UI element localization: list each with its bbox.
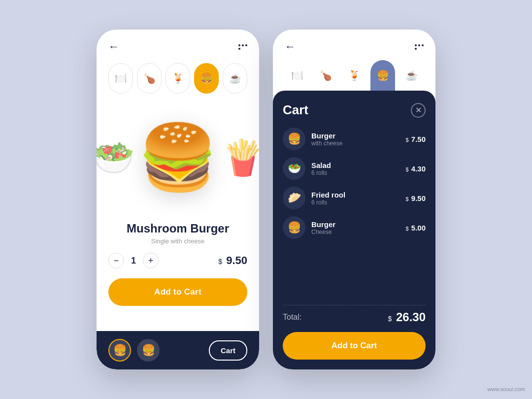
drinks-icon: 🍹: [172, 72, 184, 84]
cart-item-price-4: $ 5.00: [406, 224, 426, 232]
right-food-icon: 🍽️: [291, 69, 303, 81]
right-category-tabs: 🍽️ 🍗 🍹 🍔 ☕: [273, 58, 435, 91]
cat-tab-food[interactable]: 🍽️: [108, 63, 133, 94]
right-back-button[interactable]: ←: [285, 40, 296, 53]
burger-icon: 🍔: [200, 72, 213, 84]
bottom-nav: 🍔 🍔 Cart: [97, 331, 259, 369]
dollar-sm-2: $: [406, 166, 409, 172]
cat-tab-coffee[interactable]: ☕: [223, 63, 247, 94]
price-4: 5.00: [411, 224, 426, 232]
cat-tab-burger[interactable]: 🍔: [194, 63, 219, 94]
cart-title: Cart: [283, 102, 308, 118]
cart-item-info-2: Salad 6 rolls: [311, 161, 400, 176]
price-1: 7.50: [411, 135, 426, 143]
cart-item-price-1: $ 7.50: [406, 135, 426, 143]
category-tabs: 🍽️ 🍗 🍹 🍔 ☕: [97, 58, 259, 99]
side-food-left: 🥗: [97, 137, 134, 178]
cart-item-image-4: 🍔: [283, 216, 305, 239]
quantity-control: − 1 +: [108, 253, 159, 268]
watermark: www.sooui.com: [488, 386, 525, 392]
close-icon: ✕: [415, 105, 422, 115]
cart-item-info-3: Fried rool 6 rolls: [311, 191, 400, 206]
cart-item: 🥗 Salad 6 rolls $ 4.30: [283, 157, 426, 180]
cart-item-name-3: Fried rool: [311, 191, 400, 199]
right-more-options-icon[interactable]: [415, 44, 424, 50]
right-coffee-icon: ☕: [405, 69, 418, 81]
right-header: ←: [273, 30, 435, 58]
cat-tab-chicken[interactable]: 🍗: [137, 63, 162, 94]
product-subtitle: Single with cheese: [108, 237, 247, 245]
cart-item-name-2: Salad: [311, 161, 400, 169]
price-3: 9.50: [411, 194, 426, 202]
cart-item-sub-2: 6 rolls: [311, 169, 400, 176]
cat-tab-drinks[interactable]: 🍹: [166, 63, 190, 94]
right-phone: ← 🍽️ 🍗 🍹 🍔 ☕ Car: [273, 30, 435, 369]
product-info: Mushroom Burger Single with cheese: [97, 217, 259, 245]
cart-panel: Cart ✕ 🍔 Burger with cheese $ 7.50: [273, 91, 435, 369]
more-options-icon[interactable]: [238, 44, 247, 50]
right-cat-tab-coffee[interactable]: ☕: [399, 60, 424, 91]
food-image-area: 🥗 🍔 🍟: [97, 99, 259, 217]
total-price-value: 26.30: [396, 310, 426, 324]
total-dollar-sign: $: [388, 315, 392, 323]
cart-item: 🥟 Fried rool 6 rolls $ 9.50: [283, 187, 426, 209]
qty-value: 1: [131, 256, 136, 266]
cart-item: 🍔 Burger with cheese $ 7.50: [283, 128, 426, 150]
right-burger-icon: 🍔: [377, 69, 389, 81]
product-name: Mushroom Burger: [108, 222, 247, 235]
bottom-nav-item-2[interactable]: 🍔: [137, 339, 160, 362]
price-2: 4.30: [411, 165, 426, 173]
right-cat-tab-burger[interactable]: 🍔: [370, 60, 395, 91]
qty-price-row: − 1 + $ 9.50: [97, 245, 259, 276]
price-value: 9.50: [226, 254, 247, 266]
total-row: Total: $ 26.30: [283, 310, 426, 324]
coffee-icon: ☕: [229, 72, 241, 84]
cart-divider: [283, 305, 426, 305]
left-phone: ← 🍽️ 🍗 🍹 🍔 ☕ 🥗 🍔: [97, 30, 259, 369]
product-price: $ 9.50: [218, 254, 247, 267]
right-cat-tab-food[interactable]: 🍽️: [285, 60, 309, 91]
right-chicken-icon: 🍗: [320, 69, 332, 81]
bottom-nav-item-1[interactable]: 🍔: [108, 339, 131, 362]
dollar-sm-4: $: [406, 226, 409, 232]
cart-item-image-2: 🥗: [283, 157, 305, 180]
total-label: Total:: [283, 313, 301, 322]
main-food-image: 🍔: [138, 120, 218, 195]
cart-item-name-4: Burger: [311, 220, 400, 229]
cart-header: Cart ✕: [283, 102, 426, 118]
cart-item-info-1: Burger with cheese: [311, 132, 400, 147]
cart-nav-button[interactable]: Cart: [209, 340, 247, 361]
total-price: $ 26.30: [388, 310, 426, 324]
cart-item-image-3: 🥟: [283, 187, 305, 209]
cart-item-sub-3: 6 rolls: [311, 199, 400, 206]
dollar-sign: $: [218, 258, 222, 266]
side-food-right: 🍟: [221, 137, 259, 178]
right-drinks-icon: 🍹: [348, 69, 361, 81]
cart-item-image-1: 🍔: [283, 128, 305, 150]
dollar-sm-1: $: [406, 137, 409, 143]
qty-decrease-button[interactable]: −: [108, 253, 124, 268]
right-cat-tab-chicken[interactable]: 🍗: [313, 60, 338, 91]
cart-item: 🍔 Burger Cheese $ 5.00: [283, 216, 426, 239]
cart-items-list: 🍔 Burger with cheese $ 7.50 🥗 Salad: [283, 128, 426, 300]
chicken-icon: 🍗: [143, 72, 156, 84]
right-add-to-cart-button[interactable]: Add to Cart: [283, 332, 426, 360]
cart-item-info-4: Burger Cheese: [311, 220, 400, 235]
dollar-sm-3: $: [406, 196, 409, 202]
cart-item-sub-1: with cheese: [311, 140, 400, 147]
add-to-cart-button[interactable]: Add to Cart: [108, 278, 247, 306]
cart-item-sub-4: Cheese: [311, 229, 400, 235]
cart-item-price-2: $ 4.30: [406, 165, 426, 173]
cart-item-name-1: Burger: [311, 132, 400, 140]
qty-increase-button[interactable]: +: [143, 253, 159, 268]
close-cart-button[interactable]: ✕: [411, 103, 426, 118]
food-icon: 🍽️: [115, 72, 127, 84]
left-header: ←: [97, 30, 259, 58]
back-button[interactable]: ←: [108, 40, 119, 53]
cart-item-price-3: $ 9.50: [406, 194, 426, 202]
right-cat-tab-drinks[interactable]: 🍹: [342, 60, 366, 91]
